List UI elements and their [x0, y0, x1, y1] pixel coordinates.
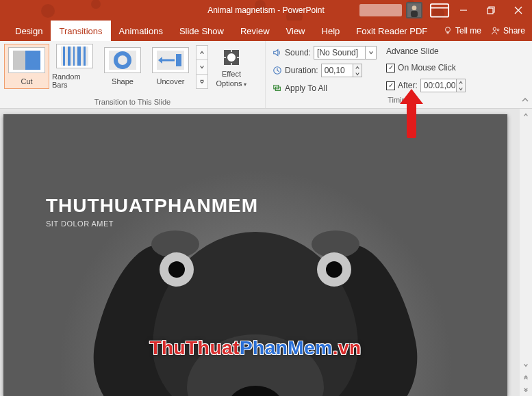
transition-label: Cut	[21, 77, 32, 85]
spinner-down-button[interactable]	[457, 85, 465, 92]
gallery-scroll-up-button[interactable]	[196, 45, 208, 60]
on-mouse-click-label: On Mouse Click	[398, 63, 456, 72]
after-checkbox[interactable]	[386, 81, 395, 90]
sound-value: [No Sound]	[317, 48, 358, 57]
svg-rect-21	[25, 51, 40, 70]
tab-foxit-reader-pdf[interactable]: Foxit Reader PDF	[348, 21, 435, 41]
tab-slide-show[interactable]: Slide Show	[171, 21, 232, 41]
transition-label: Random Bars	[52, 72, 97, 89]
advance-slide-header: Advance Slide	[386, 47, 439, 56]
group-label-timing: Timing	[266, 96, 532, 106]
transition-random-bars[interactable]: Random Bars	[52, 44, 97, 89]
svg-point-5	[91, 0, 101, 9]
previous-slide-button[interactable]	[520, 371, 532, 384]
gallery-more-button[interactable]	[196, 74, 208, 89]
user-avatar[interactable]	[406, 2, 422, 18]
tab-help[interactable]: Help	[314, 21, 349, 41]
chevron-down-icon: ▾	[244, 81, 246, 88]
window-title: Animal magnetism - PowerPoint	[207, 5, 325, 15]
svg-rect-26	[77, 47, 81, 66]
after-spinner[interactable]: 00:01,00	[420, 79, 466, 92]
user-name-block[interactable]	[359, 4, 402, 16]
tell-me-button[interactable]: Tell me	[443, 26, 481, 36]
tab-view[interactable]: View	[278, 21, 314, 41]
chevron-down-icon	[365, 47, 376, 59]
after-value[interactable]: 00:01,00	[420, 79, 456, 92]
svg-point-4	[41, 4, 55, 18]
ribbon-display-options-button[interactable]	[429, 0, 450, 21]
slide-title[interactable]: THUTHUATPHANMEM	[46, 195, 258, 217]
svg-rect-31	[176, 54, 181, 66]
svg-point-15	[445, 27, 450, 32]
spinner-down-button[interactable]	[353, 70, 362, 77]
ribbon-tabs: Design Transitions Animations Slide Show…	[0, 21, 532, 41]
gallery-scroll	[196, 45, 208, 88]
tab-transitions[interactable]: Transitions	[51, 21, 110, 41]
apply-to-all-button[interactable]: Apply To All	[273, 81, 377, 96]
slide-image-dog	[71, 191, 440, 396]
svg-rect-27	[84, 47, 86, 66]
after-label: After:	[398, 81, 418, 90]
svg-point-19	[497, 29, 499, 31]
sound-label: Sound:	[285, 48, 311, 57]
transition-label: Shape	[112, 77, 134, 85]
collapse-ribbon-button[interactable]	[521, 94, 529, 107]
restore-button[interactable]	[477, 0, 505, 21]
slide-canvas[interactable]: THUTHUATPHANMEM SIT DOLOR AMET ThuThuatP…	[3, 114, 507, 396]
transition-label: Uncover	[157, 77, 185, 85]
svg-rect-8	[411, 11, 418, 17]
svg-rect-24	[68, 47, 71, 66]
document-name: Animal magnetism	[207, 5, 275, 15]
effect-options-button[interactable]: Effect Options ▾	[212, 44, 251, 88]
svg-rect-23	[63, 47, 65, 66]
transition-gallery: Cut Random Bars Shape Uncover	[4, 44, 193, 89]
share-icon	[491, 26, 501, 36]
apply-all-icon	[273, 83, 282, 93]
svg-point-34	[227, 53, 236, 62]
share-button[interactable]: Share	[491, 26, 525, 36]
svg-rect-9	[431, 4, 448, 17]
gallery-scroll-down-button[interactable]	[196, 60, 208, 75]
slide-subtitle[interactable]: SIT DOLOR AMET	[46, 220, 114, 228]
duration-spinner[interactable]: 00,10	[321, 64, 362, 77]
sound-combo[interactable]: [No Sound]	[314, 46, 377, 60]
slide-editor-area: THUTHUATPHANMEM SIT DOLOR AMET ThuThuatP…	[0, 109, 532, 396]
app-name: PowerPoint	[283, 5, 325, 15]
lightbulb-icon	[443, 26, 453, 36]
minimize-button[interactable]	[450, 0, 477, 21]
duration-value[interactable]: 00,10	[321, 64, 353, 77]
vertical-scrollbar[interactable]	[520, 109, 532, 396]
svg-rect-12	[487, 8, 493, 14]
duration-label: Duration:	[285, 66, 318, 75]
duration-icon	[273, 66, 282, 75]
transition-uncover[interactable]: Uncover	[148, 44, 193, 89]
spinner-up-button[interactable]	[353, 64, 362, 70]
transition-shape[interactable]: Shape	[100, 44, 145, 89]
tab-animations[interactable]: Animations	[111, 21, 171, 41]
tab-review[interactable]: Review	[232, 21, 278, 41]
group-label-transition: Transition to This Slide	[0, 98, 265, 108]
svg-rect-25	[73, 47, 75, 66]
ribbon: Cut Random Bars Shape Uncover	[0, 41, 532, 109]
on-mouse-click-checkbox[interactable]	[386, 64, 395, 72]
spinner-up-button[interactable]	[457, 79, 465, 85]
scroll-up-button[interactable]	[520, 109, 532, 121]
transition-cut[interactable]: Cut	[4, 44, 49, 89]
tab-design[interactable]: Design	[7, 21, 51, 41]
svg-point-18	[493, 27, 496, 30]
effect-options-icon	[221, 47, 242, 68]
slide-watermark: ThuThuatPhanMem.vn	[149, 337, 361, 359]
svg-rect-20	[13, 51, 25, 70]
window-titlebar: Animal magnetism - PowerPoint	[0, 0, 532, 21]
sound-icon	[273, 48, 282, 57]
close-button[interactable]	[505, 0, 532, 21]
scroll-down-button[interactable]	[520, 359, 532, 371]
next-slide-button[interactable]	[520, 384, 532, 396]
titlebar-right-cluster	[359, 0, 532, 21]
svg-point-7	[412, 5, 417, 10]
